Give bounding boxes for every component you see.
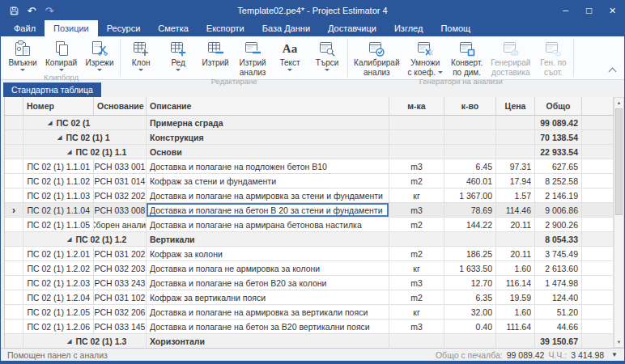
cell-number[interactable]: ПС 02 (1) 1.2.04: [23, 290, 94, 304]
cell-number[interactable]: ◢ПС 02 (1) 1.2: [23, 232, 147, 246]
cell-unit[interactable]: [389, 116, 444, 129]
column-header-4[interactable]: м-ка: [389, 97, 444, 115]
cell-qty[interactable]: 460.01: [444, 174, 496, 188]
row-selector[interactable]: [5, 145, 23, 159]
close-button[interactable]: ×: [601, 1, 624, 20]
cell-unit[interactable]: m2: [389, 290, 444, 304]
vertical-scrollbar[interactable]: ▲ ▼: [614, 97, 624, 348]
tab-view[interactable]: Изглед: [385, 20, 432, 36]
cell-price[interactable]: [496, 334, 535, 348]
delete-button[interactable]: Изтрий: [197, 37, 234, 77]
cell-total[interactable]: 1 474.98: [535, 276, 582, 290]
cell-qty[interactable]: 6.35: [444, 290, 496, 304]
cell-price[interactable]: [496, 232, 535, 246]
cell-total[interactable]: 44.66: [535, 320, 582, 333]
cell-description[interactable]: Доставка и полагане на армировка за стен…: [147, 188, 389, 202]
cell-qty[interactable]: 0.40: [444, 320, 496, 333]
cell-price[interactable]: 1.57: [496, 188, 535, 202]
cell-total[interactable]: 70 138.54: [535, 130, 582, 144]
cell-qty[interactable]: 1 367.00: [444, 188, 496, 202]
cell-unit[interactable]: [389, 334, 444, 348]
row-selector[interactable]: [5, 276, 23, 290]
cell-qty[interactable]: 186.25: [444, 247, 496, 260]
expand-collapse-icon[interactable]: ◢: [67, 236, 71, 243]
cell-extra[interactable]: [582, 188, 614, 202]
cell-extra[interactable]: [582, 320, 614, 333]
expand-collapse-icon[interactable]: ◢: [48, 120, 52, 126]
text-button[interactable]: AaТекст: [271, 37, 308, 77]
cell-qty[interactable]: [444, 232, 496, 246]
cell-base[interactable]: РСН 033 243: [94, 276, 147, 290]
cell-unit[interactable]: m3: [389, 276, 444, 290]
tab-resources[interactable]: Ресурси: [98, 20, 150, 36]
cell-base[interactable]: РСН 033 001: [94, 159, 147, 173]
row-selector[interactable]: [5, 232, 23, 246]
cell-base[interactable]: РСН 032 206: [94, 305, 147, 319]
cell-extra[interactable]: [582, 203, 614, 217]
cell-price[interactable]: 111.64: [496, 320, 535, 333]
row-selector[interactable]: [5, 320, 23, 333]
scroll-up-button[interactable]: ▲: [614, 98, 623, 108]
cell-number[interactable]: ПС 02 (1) 1.2.01: [23, 247, 94, 260]
cell-price[interactable]: 20.11: [496, 218, 535, 231]
cell-qty[interactable]: 78.69: [444, 203, 496, 217]
cell-extra[interactable]: [582, 232, 614, 246]
cell-total[interactable]: 2 613.60: [535, 261, 582, 275]
cell-total[interactable]: 2 900.26: [535, 218, 582, 231]
cell-description[interactable]: Доставка и полагане на подложен бетон В1…: [147, 159, 389, 173]
undo-button[interactable]: ↶: [23, 2, 40, 19]
cell-price[interactable]: [496, 130, 535, 144]
cell-total[interactable]: 9 006.86: [535, 203, 582, 217]
cell-unit[interactable]: m3: [389, 320, 444, 333]
cell-description[interactable]: Кофраж за вертикални пояси: [147, 290, 389, 304]
cell-unit[interactable]: m3: [389, 203, 444, 217]
cell-total[interactable]: 627.65: [535, 159, 582, 173]
insert-button[interactable]: Вмъкни: [4, 37, 41, 73]
row-selector[interactable]: [5, 188, 23, 202]
cell-number[interactable]: ◢ПС 02 (1: [23, 116, 147, 129]
row-selector[interactable]: [5, 174, 23, 188]
cell-price[interactable]: 116.14: [496, 276, 535, 290]
redo-button[interactable]: ↷: [41, 2, 57, 19]
calibrate-analysis-button[interactable]: Калибрирайанализ: [350, 37, 403, 77]
cut-button[interactable]: Изрежи: [81, 37, 118, 73]
cell-description[interactable]: Доставка и полагане на армирана бетонова…: [147, 218, 389, 231]
clone-button[interactable]: Клон: [122, 37, 159, 77]
maximize-button[interactable]: □: [577, 1, 601, 20]
cell-unit[interactable]: m2: [389, 218, 444, 231]
cell-number[interactable]: ПС 02 (1) 1.1.04: [23, 203, 94, 217]
cell-description[interactable]: Доставка и полагане на бетон за В20 верт…: [147, 320, 389, 333]
cell-price[interactable]: 17.94: [496, 174, 535, 188]
cell-base[interactable]: РСН 031 102: [94, 290, 147, 304]
cell-total[interactable]: 124.40: [535, 290, 582, 304]
cell-extra[interactable]: [582, 130, 614, 144]
row-selector[interactable]: ›: [5, 203, 23, 217]
cell-extra[interactable]: [582, 334, 614, 348]
cell-description[interactable]: Примерна сграда: [147, 116, 389, 129]
cell-qty[interactable]: [444, 130, 496, 144]
cell-price[interactable]: [496, 145, 535, 159]
cell-qty[interactable]: [444, 116, 496, 129]
cell-unit[interactable]: m2: [389, 247, 444, 260]
cell-total[interactable]: 51.20: [535, 305, 582, 319]
cell-description[interactable]: Доставка и полагане на бетон В20 за коло…: [147, 276, 389, 290]
cell-base[interactable]: РСН 032 203: [94, 261, 147, 275]
cell-base[interactable]: РСН 031 202: [94, 247, 147, 260]
cell-extra[interactable]: [582, 174, 614, 188]
row-selector[interactable]: [5, 247, 23, 260]
cell-base[interactable]: РСН 033 008: [94, 203, 147, 217]
cell-description[interactable]: Основи: [147, 145, 389, 159]
search-button[interactable]: Търси: [308, 37, 346, 77]
cell-extra[interactable]: [582, 305, 614, 319]
cell-qty[interactable]: 12.70: [444, 276, 496, 290]
cell-price[interactable]: 19.59: [496, 290, 535, 304]
cell-unit[interactable]: кг: [389, 188, 444, 202]
tab-help[interactable]: Помощ: [432, 20, 479, 36]
cell-number[interactable]: ПС 02 (1) 1.2.03: [23, 276, 94, 290]
cell-description[interactable]: Вертикали: [147, 232, 389, 246]
tab-positions[interactable]: Позиции: [45, 20, 98, 36]
cell-number[interactable]: ПС 02 (1) 1.1.01: [23, 159, 94, 173]
cell-number[interactable]: ◢ПС 02 (1) 1.1: [23, 145, 147, 159]
column-header-5[interactable]: к-во: [444, 97, 496, 115]
cell-base[interactable]: РСН 032 202: [94, 188, 147, 202]
